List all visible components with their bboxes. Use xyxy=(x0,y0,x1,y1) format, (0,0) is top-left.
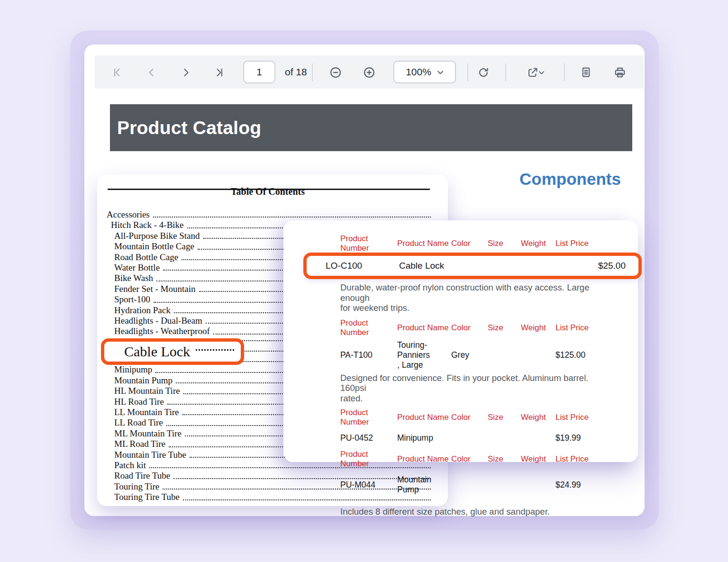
share-icon xyxy=(527,67,538,80)
toc-item-label: ML Mountain Tire xyxy=(114,428,185,439)
share-button[interactable] xyxy=(522,66,549,80)
toc-title: Table Of Contents xyxy=(105,186,431,197)
next-page-button[interactable] xyxy=(179,66,192,80)
column-header: Weight xyxy=(521,239,555,248)
printer-icon xyxy=(614,66,626,80)
column-header: Size xyxy=(488,323,521,333)
highlighted-row-area: LO-C100Cable Lock$25.00 xyxy=(340,255,627,279)
column-header: Product Number xyxy=(340,450,397,469)
last-page-button[interactable] xyxy=(213,66,226,80)
list-price-cell: $19.99 xyxy=(555,433,627,443)
toc-item-label: Accessories xyxy=(107,209,153,220)
column-header: Product Number xyxy=(340,234,397,253)
toolbar-divider xyxy=(467,63,468,81)
toolbar-divider xyxy=(564,63,565,81)
first-page-button[interactable] xyxy=(110,66,124,80)
zoom-level-value: 100% xyxy=(406,66,431,78)
pdf-toolbar: of 18 100% xyxy=(95,55,644,89)
toc-item-label: All-Purpose Bike Stand xyxy=(114,231,203,241)
toc-item-label: Road Tire Tube xyxy=(114,471,173,481)
column-header: Product Name xyxy=(397,413,451,422)
table-header-row: Product NumberProduct NameColorSizeWeigh… xyxy=(340,408,627,427)
dotted-leader xyxy=(196,349,234,351)
product-description: Durable, water-proof nylon construction … xyxy=(340,282,600,313)
column-header: Product Name xyxy=(397,239,451,248)
toc-highlight-cable-lock[interactable]: Cable Lock xyxy=(101,338,244,365)
product-description: Designed for convenience. Fits in your p… xyxy=(340,373,600,404)
toc-item-label: Hydration Pack xyxy=(114,305,174,316)
chevron-right-icon xyxy=(180,67,191,80)
toc-item-label: HL Mountain Tire xyxy=(114,386,183,396)
list-price-cell: $25.00 xyxy=(598,261,626,271)
highlighted-product-row[interactable]: LO-C100Cable Lock$25.00 xyxy=(303,253,642,279)
document-view-button[interactable] xyxy=(579,66,592,80)
toc-item-label: HL Road Tire xyxy=(114,397,167,407)
toc-highlight-label: Cable Lock xyxy=(124,344,190,360)
product-number-cell: PU-M044 xyxy=(340,480,397,490)
toc-item-label: LL Mountain Tire xyxy=(114,407,182,417)
column-header: Color xyxy=(451,239,488,248)
column-header: Product Number xyxy=(340,408,397,427)
first-page-icon xyxy=(111,67,123,80)
screenshot-canvas: of 18 100% Product Catalog xyxy=(0,0,728,562)
product-table: Product NumberProduct NameColorSizeWeigh… xyxy=(283,220,638,517)
column-header: Product Name xyxy=(397,454,451,464)
product-description: Includes 8 different size patches, glue … xyxy=(340,507,600,517)
product-name-cell: Cable Lock xyxy=(399,261,598,271)
product-row[interactable]: PU-M044Mountain Pump$24.99 xyxy=(340,475,627,495)
column-header: Size xyxy=(488,239,521,248)
toc-item-label: Hitch Rack - 4-Bike xyxy=(111,220,187,230)
toc-item-label: Mountain Tire Tube xyxy=(114,450,190,460)
list-price-cell: $125.00 xyxy=(555,350,627,360)
toc-item-label: Water Bottle xyxy=(114,263,163,273)
page-title: Product Catalog xyxy=(110,104,632,151)
product-number-cell: PU-0452 xyxy=(340,433,397,443)
zoom-out-icon xyxy=(329,66,342,81)
toc-item-label: LL Road Tire xyxy=(114,417,166,428)
color-cell: Grey xyxy=(451,350,488,360)
chevron-left-icon xyxy=(146,67,157,80)
column-header: List Price xyxy=(555,239,627,248)
toc-item-label: Minipump xyxy=(114,364,155,375)
page-number-input[interactable] xyxy=(243,61,275,83)
table-section: Product NumberProduct NameColorSizeWeigh… xyxy=(340,318,627,404)
refresh-icon xyxy=(477,66,490,80)
toc-item-label: Headlights - Dual-Beam xyxy=(114,316,206,326)
column-header: Weight xyxy=(521,413,555,422)
column-header: Weight xyxy=(521,323,555,333)
table-header-row: Product NumberProduct NameColorSizeWeigh… xyxy=(340,234,627,253)
chevron-down-icon xyxy=(437,66,444,78)
toc-item-label: Touring Tire xyxy=(114,481,163,492)
chevron-down-icon xyxy=(538,70,545,77)
toc-item-label: Mountain Bottle Cage xyxy=(114,241,198,252)
toolbar-divider xyxy=(505,63,506,81)
table-header-row: Product NumberProduct NameColorSizeWeigh… xyxy=(340,318,627,337)
product-row[interactable]: PU-0452Minipump$19.99 xyxy=(340,433,627,443)
column-header: List Price xyxy=(555,323,627,333)
page-count-label: of 18 xyxy=(285,55,307,89)
previous-page-button[interactable] xyxy=(145,66,158,80)
toc-item-label: Road Bottle Cage xyxy=(114,252,182,263)
zoom-out-button[interactable] xyxy=(329,66,342,80)
toc-item-label: ML Road Tire xyxy=(114,439,169,449)
column-header: Product Number xyxy=(340,318,397,337)
product-name-cell: Mountain Pump xyxy=(397,475,451,495)
zoom-level-dropdown[interactable]: 100% xyxy=(393,61,456,83)
column-header: List Price xyxy=(555,413,627,422)
table-section: Product NumberProduct NameColorSizeWeigh… xyxy=(340,450,627,517)
column-header: Size xyxy=(488,454,521,464)
table-section: Product NumberProduct NameColorSizeWeigh… xyxy=(340,234,627,313)
list-price-cell: $24.99 xyxy=(555,480,627,490)
zoom-in-button[interactable] xyxy=(363,66,376,80)
toc-item-label: Bike Wash xyxy=(114,273,156,283)
product-number-cell: PA-T100 xyxy=(340,350,397,360)
refresh-button[interactable] xyxy=(477,66,490,80)
table-header-row: Product NumberProduct NameColorSizeWeigh… xyxy=(340,450,627,469)
product-name-cell: Minipump xyxy=(397,433,451,443)
zoom-in-icon xyxy=(363,66,376,81)
product-row[interactable]: PA-T100Touring-Panniers , LargeGrey$125.… xyxy=(340,340,627,370)
toc-item[interactable]: Accessories xyxy=(105,209,431,220)
print-button[interactable] xyxy=(613,66,627,80)
last-page-icon xyxy=(214,67,225,80)
components-section-heading: Components xyxy=(519,170,638,189)
